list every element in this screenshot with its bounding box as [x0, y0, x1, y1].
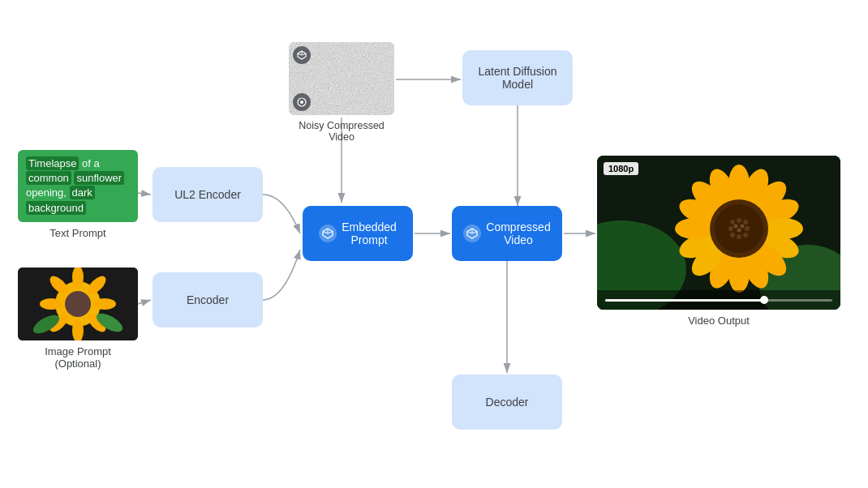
- text-prompt-word2: of a: [82, 157, 100, 169]
- svg-point-64: [734, 225, 738, 229]
- svg-point-57: [737, 218, 741, 223]
- svg-line-23: [302, 54, 306, 55]
- progress-track: [605, 299, 832, 302]
- progress-fill: [605, 299, 764, 302]
- text-prompt-label: Text Prompt: [18, 227, 138, 239]
- text-prompt-word1: Timelapse: [26, 156, 79, 170]
- ldm-label: Latent DiffusionModel: [478, 65, 556, 91]
- cube-icon-embedded: [322, 228, 333, 239]
- text-prompt-word7: background: [26, 201, 86, 215]
- svg-point-61: [737, 234, 741, 239]
- video-output-node: 1080p: [597, 156, 840, 327]
- svg-point-59: [745, 226, 750, 231]
- ul2-encoder-node: UL2 Encoder: [153, 167, 263, 222]
- noisy-icon-top: [293, 46, 311, 64]
- cube-icon-noisy-top: [296, 49, 307, 61]
- svg-line-33: [472, 232, 477, 234]
- sunflower-small-svg: [18, 268, 138, 340]
- svg-line-1: [138, 193, 151, 195]
- ldm-node: Latent DiffusionModel: [462, 50, 573, 105]
- text-prompt-word3: common: [26, 171, 71, 185]
- noisy-video-node: Noisy CompressedVideo: [289, 42, 394, 143]
- svg-point-63: [728, 226, 733, 231]
- noisy-icon-bottom: [293, 93, 311, 111]
- svg-point-56: [730, 220, 735, 225]
- embedded-prompt-icon: [319, 225, 337, 242]
- svg-point-17: [65, 291, 91, 317]
- svg-line-30: [323, 232, 328, 234]
- text-prompt-node: Timelapse of a common sunflower opening,…: [18, 150, 138, 239]
- svg-point-66: [737, 229, 741, 233]
- progress-thumb: [760, 296, 768, 304]
- cube-icon-noisy-bottom: [296, 96, 307, 108]
- ul2-encoder-label: UL2 Encoder: [174, 188, 241, 201]
- svg-line-24: [298, 54, 302, 55]
- text-prompt-word6: dark: [70, 186, 95, 199]
- image-prompt-box: [18, 268, 138, 340]
- video-progress: [597, 290, 840, 310]
- video-box: 1080p: [597, 156, 840, 310]
- video-badge: 1080p: [604, 162, 638, 175]
- decoder-node: Decoder: [452, 375, 562, 430]
- compressed-video-icon: [463, 225, 481, 242]
- encoder-node: Encoder: [153, 272, 263, 327]
- video-output-label: Video Output: [597, 315, 840, 327]
- noisy-video-label: Noisy CompressedVideo: [289, 120, 394, 143]
- svg-point-11: [93, 298, 116, 310]
- svg-line-34: [467, 232, 472, 234]
- svg-line-2: [138, 300, 151, 304]
- cube-icon-compressed: [466, 228, 478, 239]
- noisy-video-box: [289, 42, 394, 115]
- svg-point-15: [40, 298, 62, 310]
- compressed-video-label: CompressedVideo: [486, 220, 550, 246]
- svg-point-26: [300, 101, 303, 104]
- decoder-label: Decoder: [486, 396, 529, 409]
- svg-line-29: [328, 232, 333, 234]
- text-prompt-box: Timelapse of a common sunflower opening,…: [18, 150, 138, 222]
- svg-point-62: [730, 233, 735, 238]
- embedded-prompt-label: EmbeddedPrompt: [342, 220, 397, 246]
- svg-point-60: [743, 233, 748, 238]
- sunflower-large-svg: [597, 156, 840, 310]
- encoder-label: Encoder: [187, 293, 229, 306]
- diagram: Timelapse of a common sunflower opening,…: [0, 0, 868, 488]
- embedded-prompt-node: EmbeddedPrompt: [303, 206, 413, 261]
- image-prompt-label: Image Prompt(Optional): [18, 345, 138, 370]
- text-prompt-word5: opening,: [26, 186, 67, 199]
- svg-point-58: [743, 220, 748, 225]
- image-prompt-node: Image Prompt(Optional): [18, 268, 138, 370]
- text-prompt-word4: sunflower: [74, 171, 124, 185]
- svg-point-65: [741, 225, 745, 229]
- compressed-video-node: CompressedVideo: [452, 206, 562, 261]
